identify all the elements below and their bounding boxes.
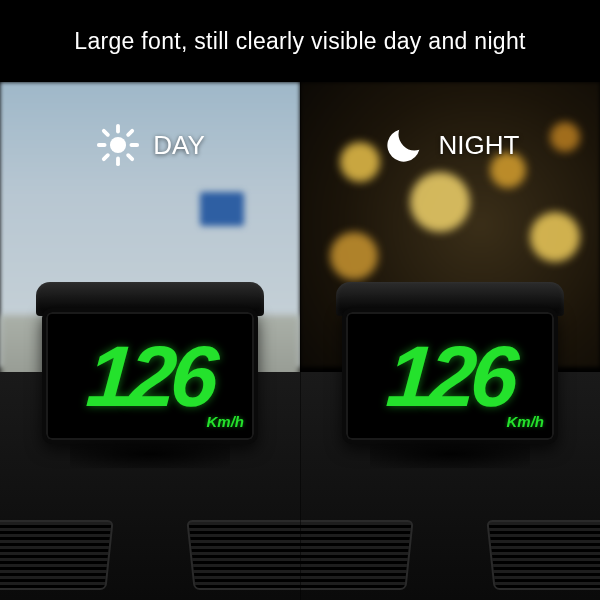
highway-sign: [200, 192, 244, 226]
day-mode-row: DAY: [0, 122, 300, 168]
day-label: DAY: [153, 130, 205, 161]
device-screen: 126 Km/h: [42, 308, 258, 444]
sun-icon: [95, 122, 141, 168]
day-panel: DAY 126 Km/h: [0, 82, 300, 600]
speed-reading: 126: [84, 333, 216, 419]
air-vent: [186, 520, 300, 590]
device-screen: 126 Km/h: [342, 308, 558, 444]
night-label: NIGHT: [439, 130, 520, 161]
bokeh-light: [530, 212, 580, 262]
air-vent: [486, 520, 600, 590]
air-vent: [300, 520, 414, 590]
device-shadow: [370, 440, 530, 468]
air-vent: [0, 520, 114, 590]
speed-unit: Km/h: [507, 413, 545, 430]
bokeh-light: [410, 172, 470, 232]
hud-device-night: 126 Km/h: [336, 282, 564, 450]
device-shadow: [70, 440, 230, 468]
svg-line-7: [104, 155, 108, 159]
night-panel: NIGHT 126 Km/h: [300, 82, 600, 600]
speed-unit: Km/h: [207, 413, 245, 430]
bokeh-light: [330, 232, 378, 280]
night-mode-row: NIGHT: [300, 122, 600, 168]
svg-point-0: [110, 137, 126, 153]
panel-divider: [300, 82, 301, 600]
speed-reading: 126: [384, 333, 516, 419]
headline-text: Large font, still clearly visible day an…: [0, 28, 600, 55]
svg-line-6: [128, 155, 132, 159]
svg-line-8: [128, 131, 132, 135]
hud-device-day: 126 Km/h: [36, 282, 264, 450]
moon-icon: [381, 122, 427, 168]
svg-line-5: [104, 131, 108, 135]
